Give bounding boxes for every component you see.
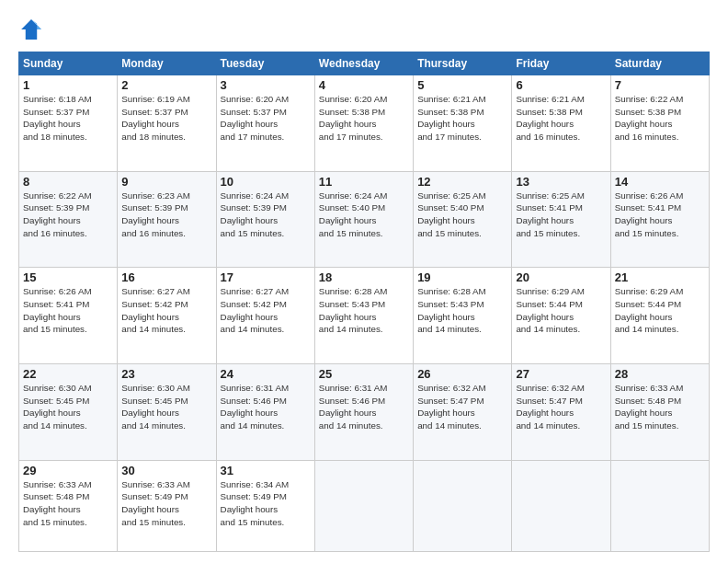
day-info: Sunrise: 6:28 AMSunset: 5:43 PMDaylight … [417,286,486,334]
day-info: Sunrise: 6:22 AMSunset: 5:39 PMDaylight … [23,190,92,238]
calendar-week-row: 8 Sunrise: 6:22 AMSunset: 5:39 PMDayligh… [19,171,710,268]
calendar-cell: 31 Sunrise: 6:34 AMSunset: 5:49 PMDaylig… [216,460,314,551]
calendar-cell: 24 Sunrise: 6:31 AMSunset: 5:46 PMDaylig… [216,363,314,460]
day-info: Sunrise: 6:26 AMSunset: 5:41 PMDaylight … [23,286,92,334]
calendar-cell [512,460,610,551]
day-number: 23 [121,367,211,381]
day-info: Sunrise: 6:30 AMSunset: 5:45 PMDaylight … [23,383,92,431]
day-info: Sunrise: 6:20 AMSunset: 5:38 PMDaylight … [319,94,388,142]
day-number: 9 [121,175,211,189]
calendar-cell: 17 Sunrise: 6:27 AMSunset: 5:42 PMDaylig… [216,268,314,364]
day-info: Sunrise: 6:33 AMSunset: 5:49 PMDaylight … [121,479,190,527]
day-info: Sunrise: 6:21 AMSunset: 5:38 PMDaylight … [417,94,486,142]
day-number: 15 [23,270,113,284]
day-number: 29 [23,464,113,477]
day-number: 14 [615,175,705,189]
calendar-cell: 18 Sunrise: 6:28 AMSunset: 5:43 PMDaylig… [314,268,413,364]
calendar-header-wednesday: Wednesday [314,52,413,75]
day-number: 21 [615,270,705,284]
calendar-cell: 27 Sunrise: 6:32 AMSunset: 5:47 PMDaylig… [512,363,610,460]
calendar-cell: 23 Sunrise: 6:30 AMSunset: 5:45 PMDaylig… [118,363,216,460]
day-info: Sunrise: 6:25 AMSunset: 5:41 PMDaylight … [516,190,585,238]
calendar-cell: 30 Sunrise: 6:33 AMSunset: 5:49 PMDaylig… [118,460,216,551]
day-number: 3 [221,78,311,92]
day-info: Sunrise: 6:25 AMSunset: 5:40 PMDaylight … [417,190,486,238]
calendar-cell [314,460,413,551]
calendar-cell: 26 Sunrise: 6:32 AMSunset: 5:47 PMDaylig… [414,363,512,460]
day-number: 12 [417,175,507,189]
calendar-header-thursday: Thursday [414,52,512,75]
day-number: 28 [615,367,705,381]
calendar-header-saturday: Saturday [610,52,709,75]
calendar-week-row: 15 Sunrise: 6:26 AMSunset: 5:41 PMDaylig… [19,268,710,364]
calendar-header-monday: Monday [118,52,216,75]
day-info: Sunrise: 6:30 AMSunset: 5:45 PMDaylight … [121,383,190,431]
calendar-cell: 25 Sunrise: 6:31 AMSunset: 5:46 PMDaylig… [314,363,413,460]
day-number: 11 [319,175,409,189]
day-number: 25 [319,367,409,381]
day-number: 24 [221,367,311,381]
day-number: 16 [121,270,211,284]
calendar-cell: 3 Sunrise: 6:20 AMSunset: 5:37 PMDayligh… [216,75,314,172]
day-number: 31 [221,464,311,477]
day-info: Sunrise: 6:32 AMSunset: 5:47 PMDaylight … [417,383,486,431]
calendar-cell: 1 Sunrise: 6:18 AMSunset: 5:37 PMDayligh… [19,75,118,172]
day-info: Sunrise: 6:18 AMSunset: 5:37 PMDaylight … [23,94,92,142]
day-info: Sunrise: 6:33 AMSunset: 5:48 PMDaylight … [23,479,92,527]
calendar-cell: 12 Sunrise: 6:25 AMSunset: 5:40 PMDaylig… [414,171,512,268]
calendar-cell: 8 Sunrise: 6:22 AMSunset: 5:39 PMDayligh… [19,171,118,268]
day-number: 17 [221,270,311,284]
calendar-cell: 7 Sunrise: 6:22 AMSunset: 5:38 PMDayligh… [610,75,709,172]
calendar-cell [414,460,512,551]
day-info: Sunrise: 6:19 AMSunset: 5:37 PMDaylight … [121,94,190,142]
day-number: 30 [121,464,211,477]
day-info: Sunrise: 6:24 AMSunset: 5:39 PMDaylight … [221,190,290,238]
day-number: 10 [221,175,311,189]
calendar-cell [610,460,709,551]
calendar-header-friday: Friday [512,52,610,75]
calendar-cell: 5 Sunrise: 6:21 AMSunset: 5:38 PMDayligh… [414,75,512,172]
calendar-cell: 20 Sunrise: 6:29 AMSunset: 5:44 PMDaylig… [512,268,610,364]
day-number: 6 [516,78,606,92]
day-info: Sunrise: 6:34 AMSunset: 5:49 PMDaylight … [221,479,290,527]
calendar-cell: 21 Sunrise: 6:29 AMSunset: 5:44 PMDaylig… [610,268,709,364]
logo [18,17,48,42]
day-info: Sunrise: 6:29 AMSunset: 5:44 PMDaylight … [516,286,585,334]
day-info: Sunrise: 6:29 AMSunset: 5:44 PMDaylight … [615,286,684,334]
day-info: Sunrise: 6:31 AMSunset: 5:46 PMDaylight … [221,383,290,431]
day-number: 18 [319,270,409,284]
calendar-cell: 19 Sunrise: 6:28 AMSunset: 5:43 PMDaylig… [414,268,512,364]
day-info: Sunrise: 6:23 AMSunset: 5:39 PMDaylight … [121,190,190,238]
calendar-week-row: 29 Sunrise: 6:33 AMSunset: 5:48 PMDaylig… [19,460,710,551]
day-info: Sunrise: 6:24 AMSunset: 5:40 PMDaylight … [319,190,388,238]
day-number: 27 [516,367,606,381]
day-info: Sunrise: 6:22 AMSunset: 5:38 PMDaylight … [615,94,684,142]
calendar: SundayMondayTuesdayWednesdayThursdayFrid… [18,52,710,552]
day-number: 13 [516,175,606,189]
day-number: 7 [615,78,705,92]
day-info: Sunrise: 6:27 AMSunset: 5:42 PMDaylight … [121,286,190,334]
calendar-cell: 4 Sunrise: 6:20 AMSunset: 5:38 PMDayligh… [314,75,413,172]
day-number: 22 [23,367,113,381]
day-number: 8 [23,175,113,189]
logo-icon [18,17,44,42]
calendar-cell: 16 Sunrise: 6:27 AMSunset: 5:42 PMDaylig… [118,268,216,364]
calendar-cell: 10 Sunrise: 6:24 AMSunset: 5:39 PMDaylig… [216,171,314,268]
day-number: 5 [417,78,507,92]
day-info: Sunrise: 6:33 AMSunset: 5:48 PMDaylight … [615,383,684,431]
day-info: Sunrise: 6:27 AMSunset: 5:42 PMDaylight … [221,286,290,334]
calendar-cell: 9 Sunrise: 6:23 AMSunset: 5:39 PMDayligh… [118,171,216,268]
day-info: Sunrise: 6:28 AMSunset: 5:43 PMDaylight … [319,286,388,334]
calendar-cell: 28 Sunrise: 6:33 AMSunset: 5:48 PMDaylig… [610,363,709,460]
day-number: 19 [417,270,507,284]
calendar-header-sunday: Sunday [19,52,118,75]
header [18,17,710,42]
calendar-cell: 6 Sunrise: 6:21 AMSunset: 5:38 PMDayligh… [512,75,610,172]
day-number: 2 [121,78,211,92]
day-number: 1 [23,78,113,92]
calendar-cell: 13 Sunrise: 6:25 AMSunset: 5:41 PMDaylig… [512,171,610,268]
calendar-week-row: 1 Sunrise: 6:18 AMSunset: 5:37 PMDayligh… [19,75,710,172]
day-info: Sunrise: 6:20 AMSunset: 5:37 PMDaylight … [221,94,290,142]
calendar-cell: 14 Sunrise: 6:26 AMSunset: 5:41 PMDaylig… [610,171,709,268]
day-number: 26 [417,367,507,381]
